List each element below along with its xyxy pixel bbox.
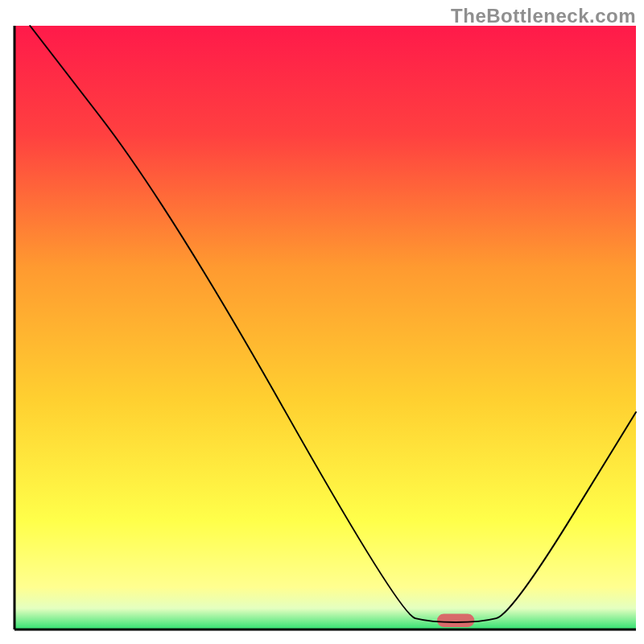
- plot-area: [14, 26, 636, 630]
- chart-svg: [0, 0, 644, 644]
- chart-container: TheBottleneck.com: [0, 0, 644, 644]
- watermark-text: TheBottleneck.com: [451, 5, 636, 27]
- optimal-marker: [437, 614, 474, 628]
- gradient-background: [14, 26, 636, 630]
